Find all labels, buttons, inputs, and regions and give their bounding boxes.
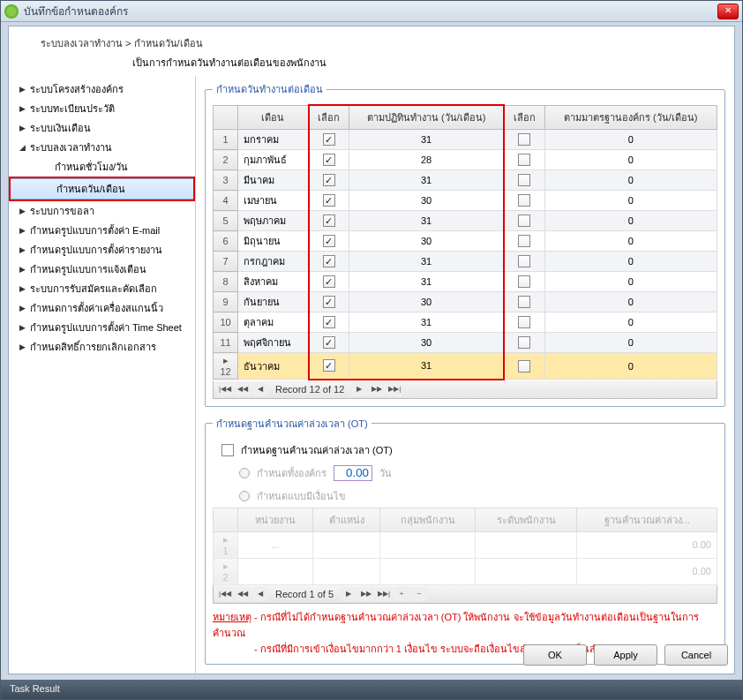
- days1-cell[interactable]: 31: [349, 252, 504, 272]
- checkbox[interactable]: [518, 296, 530, 308]
- checkbox[interactable]: [323, 316, 335, 328]
- days1-cell[interactable]: 30: [349, 231, 504, 252]
- fieldset-months-legend: กำหนดวันทำงานต่อเดือน: [213, 81, 326, 97]
- ot-radio-org[interactable]: [239, 468, 250, 478]
- checkbox[interactable]: [323, 275, 335, 288]
- days2-cell[interactable]: 0: [544, 312, 717, 333]
- ot-radio-cond[interactable]: [239, 491, 250, 501]
- sidebar-item[interactable]: ▶กำหนดสิทธิ์การยกเลิกเอกสาร: [9, 337, 195, 357]
- nav-first-icon[interactable]: |◀◀: [217, 382, 233, 396]
- ok-button[interactable]: OK: [523, 644, 587, 666]
- days2-cell[interactable]: 0: [544, 150, 717, 170]
- sidebar-item-label: กำหนดการตั้งค่าเครื่องสแกนนิ้ว: [30, 300, 163, 316]
- close-button[interactable]: ✕: [717, 4, 739, 19]
- checkbox[interactable]: [518, 154, 530, 166]
- checkbox[interactable]: [518, 275, 530, 288]
- checkbox[interactable]: [323, 235, 335, 247]
- arrow-right-icon: ▶: [19, 265, 26, 274]
- nav-nextpage-icon[interactable]: ▶▶: [369, 382, 385, 396]
- checkbox[interactable]: [518, 255, 530, 267]
- days2-cell[interactable]: 0: [544, 252, 717, 272]
- checkbox[interactable]: [323, 359, 335, 372]
- nav-prev-icon[interactable]: ◀: [252, 382, 268, 396]
- nav2-prev-icon[interactable]: ◀: [252, 587, 268, 601]
- days2-cell[interactable]: 0: [544, 231, 717, 252]
- nav2-prevpage-icon[interactable]: ◀◀: [235, 587, 251, 601]
- sidebar-item[interactable]: ▶ระบบทะเบียนประวัติ: [9, 99, 195, 118]
- sidebar-item[interactable]: กำหนดวัน/เดือน: [11, 178, 193, 199]
- sidebar-item[interactable]: กำหนดชั่วโมง/วัน: [9, 157, 195, 177]
- checkbox[interactable]: [518, 235, 530, 247]
- months-grid[interactable]: เดือนเลือกตามปฏิทินทำงาน (วัน/เดือน)เลือ…: [213, 104, 717, 380]
- nav2-add-icon[interactable]: +: [394, 587, 409, 601]
- days1-cell[interactable]: 31: [349, 312, 504, 333]
- nav-last-icon[interactable]: ▶▶|: [387, 382, 402, 396]
- days1-cell[interactable]: 30: [349, 292, 504, 312]
- row-number: 2: [214, 150, 238, 170]
- checkbox[interactable]: [518, 360, 530, 373]
- ot-checkbox[interactable]: [221, 444, 234, 456]
- sidebar-item-label: กำหนดรูปแบบการตั้งค่า Time Sheet: [30, 320, 182, 335]
- days1-cell[interactable]: 30: [349, 333, 504, 353]
- checkbox[interactable]: [323, 154, 335, 166]
- checkbox[interactable]: [323, 174, 335, 186]
- sidebar-item-label: กำหนดชั่วโมง/วัน: [55, 159, 128, 175]
- days2-cell[interactable]: 0: [544, 292, 717, 312]
- grid2-cell: ▸ 1: [214, 531, 238, 558]
- arrow-right-icon: ▶: [19, 104, 26, 113]
- nav2-last-icon[interactable]: ▶▶|: [376, 587, 392, 601]
- nav2-nextpage-icon[interactable]: ▶▶: [358, 587, 374, 601]
- apply-button[interactable]: Apply: [594, 644, 657, 666]
- sidebar-item[interactable]: ▶ระบบการขอลา: [9, 201, 195, 221]
- checkbox[interactable]: [323, 296, 335, 308]
- sidebar-item[interactable]: ▶กำหนดการตั้งค่าเครื่องสแกนนิ้ว: [9, 298, 195, 318]
- days2-cell[interactable]: 0: [544, 333, 717, 353]
- days2-cell[interactable]: 0: [544, 170, 717, 191]
- sidebar-item[interactable]: ▶กำหนดรูปแบบการตั้งค่า E-mail: [9, 221, 195, 240]
- days1-cell[interactable]: 28: [349, 150, 504, 170]
- checkbox[interactable]: [323, 133, 335, 146]
- sidebar-item-label: ระบบลงเวลาทำงาน: [30, 139, 112, 155]
- month-cell: เมษายน: [238, 191, 309, 211]
- sidebar-item[interactable]: ▶กำหนดรูปแบบการตั้งค่า Time Sheet: [9, 318, 195, 337]
- days2-cell[interactable]: 0: [544, 272, 717, 292]
- sidebar-item-label: กำหนดวัน/เดือน: [56, 181, 125, 197]
- checkbox[interactable]: [518, 133, 530, 146]
- sidebar-item[interactable]: ▶กำหนดรูปแบบการแจ้งเตือน: [9, 260, 195, 279]
- checkbox[interactable]: [518, 194, 530, 207]
- days2-cell[interactable]: 0: [544, 130, 717, 150]
- days1-cell[interactable]: 31: [349, 353, 504, 380]
- ot-grid[interactable]: หน่วยงานตำแหน่งกลุ่มพนักงานระดับพนักงานฐ…: [213, 508, 717, 585]
- ot-value-input[interactable]: [334, 465, 372, 481]
- checkbox[interactable]: [518, 174, 530, 186]
- days2-cell[interactable]: 0: [544, 191, 717, 211]
- cancel-button[interactable]: Cancel: [664, 644, 728, 666]
- grid2-header: ฐานคำนวณค่าล่วง...: [577, 508, 717, 531]
- checkbox[interactable]: [518, 336, 530, 349]
- nav2-next-icon[interactable]: ▶: [341, 587, 356, 601]
- nav-next-icon[interactable]: ▶: [351, 382, 367, 396]
- days2-cell[interactable]: 0: [544, 353, 717, 380]
- checkbox[interactable]: [323, 336, 335, 349]
- sidebar-item[interactable]: ▶ระบบการรับสมัครและคัดเลือก: [9, 279, 195, 298]
- sidebar-item[interactable]: ▶กำหนดรูปแบบการตั้งค่ารายงาน: [9, 240, 195, 260]
- checkbox[interactable]: [323, 255, 335, 267]
- days1-cell[interactable]: 31: [349, 170, 504, 191]
- days1-cell[interactable]: 30: [349, 191, 504, 211]
- sidebar-item[interactable]: ▶ระบบโครงสร้างองค์กร: [9, 79, 195, 99]
- checkbox[interactable]: [518, 215, 530, 227]
- checkbox[interactable]: [518, 316, 530, 328]
- days1-cell[interactable]: 31: [349, 130, 504, 150]
- sidebar-item[interactable]: ◢ระบบลงเวลาทำงาน: [9, 138, 195, 157]
- nav-prevpage-icon[interactable]: ◀◀: [235, 382, 251, 396]
- nav2-first-icon[interactable]: |◀◀: [217, 587, 233, 601]
- days1-cell[interactable]: 31: [349, 272, 504, 292]
- grid2-navbar: |◀◀ ◀◀ ◀ Record 1 of 5 ▶ ▶▶ ▶▶| + −: [213, 585, 717, 604]
- row-number: 3: [214, 170, 238, 191]
- days2-cell[interactable]: 0: [544, 211, 717, 231]
- days1-cell[interactable]: 31: [349, 211, 504, 231]
- checkbox[interactable]: [323, 194, 335, 207]
- nav2-remove-icon[interactable]: −: [411, 587, 427, 601]
- checkbox[interactable]: [323, 215, 335, 227]
- sidebar-item[interactable]: ▶ระบบเงินเดือน: [9, 118, 195, 138]
